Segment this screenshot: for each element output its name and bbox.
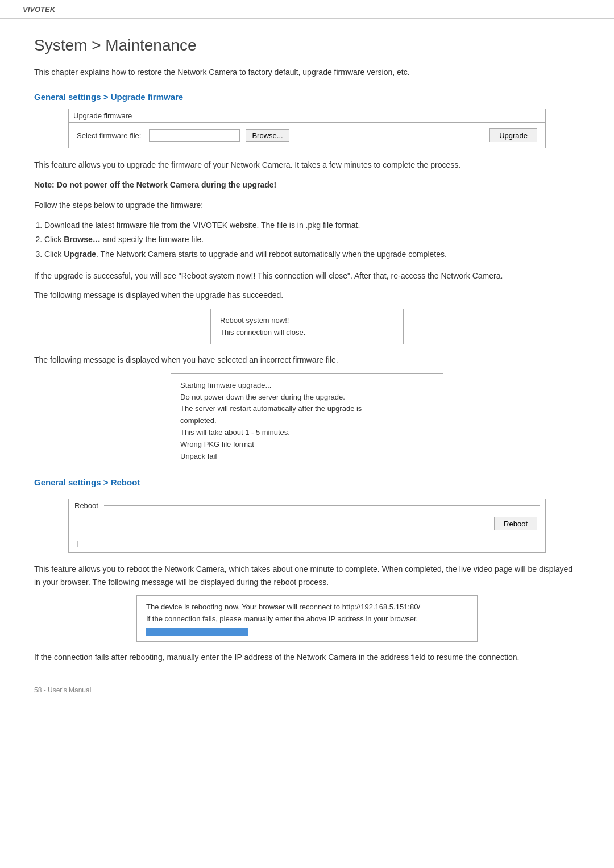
firmware-file-input[interactable]	[149, 129, 240, 142]
reboot-box-title: Reboot	[74, 501, 98, 510]
firmware-desc: This feature allows you to upgrade the f…	[34, 159, 580, 171]
section2-heading: General settings > Reboot	[34, 477, 580, 487]
brand-label: VIVOTEK	[23, 5, 55, 14]
step-2: Click Browse… and specify the firmware f…	[44, 233, 580, 247]
error-line-3: The server will restart automatically af…	[180, 403, 434, 415]
steps-intro: Follow the steps below to upgrade the fi…	[34, 199, 580, 211]
browse-button[interactable]: Browse...	[246, 129, 289, 142]
reboot-box-body: Reboot	[69, 512, 545, 538]
reboot-button[interactable]: Reboot	[494, 517, 537, 530]
reboot-info-box: The device is rebooting now. Your browse…	[136, 595, 478, 642]
section1-heading: General settings > Upgrade firmware	[34, 92, 580, 102]
firmware-box-title: Upgrade firmware	[69, 109, 545, 123]
error-line-6: Wrong PKG file format	[180, 439, 434, 451]
step-1: Download the latest firmware file from t…	[44, 219, 580, 232]
reboot-header-line	[104, 505, 540, 506]
reboot-desc: This feature allows you to reboot the Ne…	[34, 563, 580, 588]
success-line1: Reboot system now!!	[220, 315, 394, 327]
header-bar: VIVOTEK	[0, 0, 614, 19]
reboot-after-text: If the connection fails after rebooting,…	[34, 651, 580, 663]
upgrade-button[interactable]: Upgrade	[489, 128, 537, 142]
reboot-msg-line1: The device is rebooting now. Your browse…	[146, 601, 468, 613]
error-line-7: Unpack fail	[180, 451, 434, 463]
page-content: System > Maintenance This chapter explai…	[0, 19, 614, 728]
intro-text: This chapter explains how to restore the…	[34, 66, 580, 78]
reboot-box: Reboot Reboot |	[68, 499, 546, 553]
after-upgrade-text: If the upgrade is successful, you will s…	[34, 269, 580, 282]
success-line2: This connection will close.	[220, 327, 394, 339]
error-line-1: Starting firmware upgrade...	[180, 380, 434, 392]
page-title: System > Maintenance	[34, 36, 580, 55]
firmware-note: Note: Do not power off the Network Camer…	[34, 178, 580, 191]
error-line-2: Do not power down the server during the …	[180, 392, 434, 404]
reboot-small-mark: |	[77, 539, 78, 547]
reboot-msg-line2: If the connection fails, please manually…	[146, 613, 468, 625]
firmware-file-label: Select firmware file:	[77, 131, 141, 140]
error-line-5: This will take about 1 - 5 minutes.	[180, 427, 434, 439]
reboot-box-header: Reboot	[69, 499, 545, 512]
firmware-box: Upgrade firmware Select firmware file: B…	[68, 109, 546, 148]
reboot-progress-bar	[146, 628, 248, 636]
footer-text: 58 - User's Manual	[34, 680, 580, 694]
following-message1: The following message is displayed when …	[34, 289, 580, 301]
following-message2: The following message is displayed when …	[34, 354, 580, 366]
success-message-box: Reboot system now!! This connection will…	[210, 309, 404, 345]
step-3: Click Upgrade. The Network Camera starts…	[44, 248, 580, 261]
error-message-box: Starting firmware upgrade... Do not powe…	[171, 373, 443, 469]
error-line-4: completed.	[180, 415, 434, 427]
steps-list: Download the latest firmware file from t…	[34, 219, 580, 261]
firmware-box-body: Select firmware file: Browse... Upgrade	[69, 123, 545, 148]
